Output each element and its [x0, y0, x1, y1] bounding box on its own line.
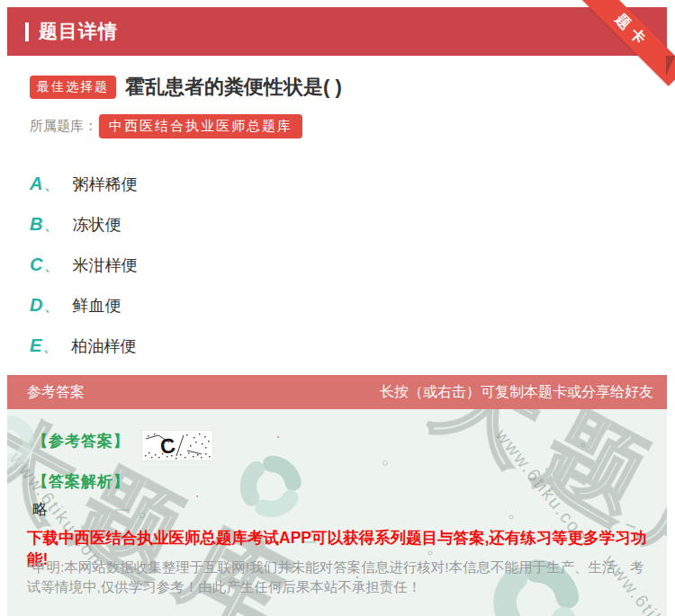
- reference-answer-row: 【参考答案】: [32, 431, 212, 460]
- swirl-logo-icon: [237, 452, 305, 521]
- question-type-badge: 最佳选择题: [30, 76, 116, 99]
- page-title: 题目详情: [39, 19, 118, 44]
- option-text: 鲜血便: [72, 295, 121, 317]
- option-separator: 、: [42, 335, 58, 357]
- answer-bar-title: 参考答案: [27, 383, 85, 402]
- disclaimer-text: *申明:本网站数据收集整理于互联网!我们并未能对答案信息进行核对!本信息不能用于…: [27, 558, 646, 598]
- answer-section: 大题库 www.6tiku.com 大题库 www.6tiku.com www.…: [7, 409, 667, 616]
- ribbon-question-card-button[interactable]: 题卡: [573, 0, 675, 86]
- option-row-a: A、 粥样稀便: [30, 164, 667, 204]
- answer-captcha-image: C: [142, 431, 212, 460]
- option-row-b: B、 冻状便: [30, 204, 667, 245]
- option-text: 柏油样便: [71, 335, 136, 357]
- option-letter: A: [30, 174, 42, 194]
- corner-ribbon: 题卡: [567, 0, 675, 108]
- option-letter: E: [30, 335, 41, 356]
- bank-badge-link[interactable]: 中西医结合执业医师总题库: [99, 114, 302, 138]
- option-separator: 、: [43, 295, 59, 317]
- option-separator: 、: [43, 254, 59, 276]
- answer-bar-hint: 长按（或右击）可复制本题卡或分享给好友: [380, 383, 653, 402]
- option-letter: C: [30, 254, 42, 275]
- option-text: 米泔样便: [72, 254, 137, 276]
- option-separator: 、: [43, 214, 59, 236]
- option-row-d: D、 鲜血便: [30, 285, 667, 326]
- question-detail-page: 题目详情 题卡 最佳选择题 霍乱患者的粪便性状是( ) 所属题库： 中西医结合执…: [0, 0, 675, 616]
- question-text: 霍乱患者的粪便性状是( ): [125, 74, 342, 101]
- option-separator: 、: [43, 174, 59, 195]
- option-text: 粥样稀便: [72, 174, 137, 195]
- option-text: 冻状便: [72, 214, 121, 236]
- analysis-row: 【答案解析】: [32, 471, 130, 492]
- ribbon-fold: [666, 56, 675, 76]
- analysis-label: 【答案解析】: [32, 473, 130, 490]
- option-letter: D: [30, 295, 42, 316]
- title-accent-bar: [25, 22, 29, 41]
- bank-label: 所属题库：: [30, 118, 97, 135]
- option-letter: B: [30, 214, 42, 235]
- analysis-text: 略: [32, 499, 48, 520]
- option-row-e: E、 柏油样便: [30, 326, 667, 366]
- option-row-c: C、 米泔样便: [30, 245, 667, 285]
- answer-header-bar: 参考答案 长按（或右击）可复制本题卡或分享给好友: [7, 375, 667, 409]
- options-list: A、 粥样稀便 B、 冻状便 C、 米泔样便 D、 鲜血便 E、 柏油样便: [30, 164, 667, 366]
- reference-answer-label: 【参考答案】: [32, 431, 130, 451]
